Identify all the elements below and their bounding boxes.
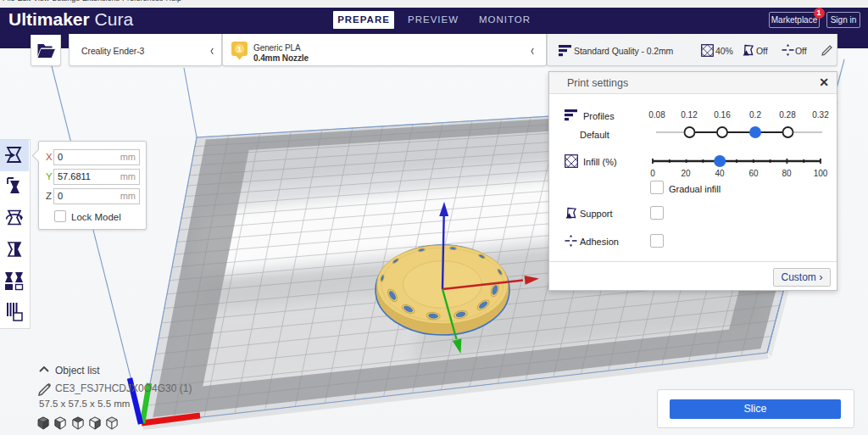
svg-text:1: 1 xyxy=(237,44,242,53)
